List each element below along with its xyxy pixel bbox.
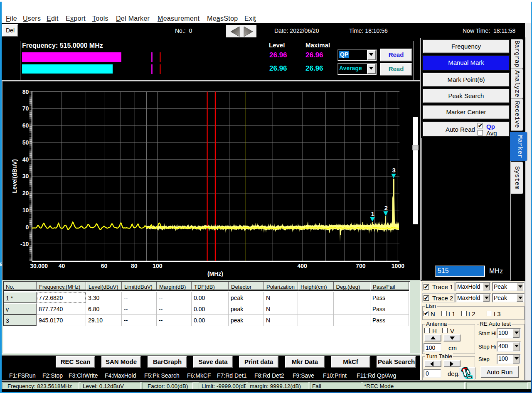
svg-text:100: 100 bbox=[153, 263, 163, 269]
svg-text:30.000: 30.000 bbox=[30, 263, 48, 269]
svg-text:10: 10 bbox=[22, 207, 29, 214]
svg-text:1: 1 bbox=[371, 210, 374, 217]
svg-text:Level(dBuV): Level(dBuV) bbox=[11, 159, 18, 193]
svg-text:(MHz): (MHz) bbox=[207, 270, 223, 277]
svg-text:40: 40 bbox=[22, 156, 29, 163]
svg-text:700: 700 bbox=[356, 263, 366, 269]
svg-text:3: 3 bbox=[392, 167, 396, 174]
svg-text:80: 80 bbox=[22, 88, 29, 95]
svg-text:70: 70 bbox=[22, 105, 29, 112]
svg-text:2: 2 bbox=[384, 204, 388, 211]
svg-text:80: 80 bbox=[131, 263, 138, 269]
svg-text:20: 20 bbox=[22, 190, 29, 196]
svg-text:60: 60 bbox=[22, 122, 29, 129]
svg-text:-10: -10 bbox=[20, 241, 29, 247]
svg-text:50: 50 bbox=[22, 139, 29, 146]
svg-text:40: 40 bbox=[59, 263, 65, 269]
svg-text:30: 30 bbox=[22, 173, 29, 179]
svg-text:60: 60 bbox=[101, 263, 108, 269]
svg-text:400: 400 bbox=[298, 263, 308, 269]
svg-text:0: 0 bbox=[26, 224, 29, 231]
svg-text:1000: 1000 bbox=[392, 263, 404, 269]
